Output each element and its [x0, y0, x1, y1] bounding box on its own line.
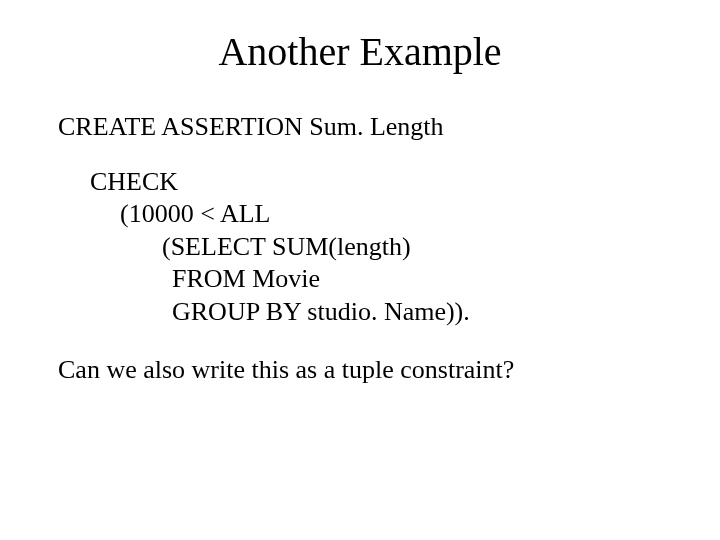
sql-check-block: CHECK (10000 < ALL (SELECT SUM(length) F…	[58, 166, 680, 329]
sql-condition-open: (10000 < ALL	[90, 198, 680, 231]
slide-title: Another Example	[0, 0, 720, 111]
sql-from-line: FROM Movie	[90, 263, 680, 296]
sql-create-assertion: CREATE ASSERTION Sum. Length	[58, 111, 680, 144]
slide-question: Can we also write this as a tuple constr…	[58, 354, 680, 387]
slide: Another Example CREATE ASSERTION Sum. Le…	[0, 0, 720, 540]
slide-body: CREATE ASSERTION Sum. Length CHECK (1000…	[0, 111, 720, 387]
sql-groupby-line: GROUP BY studio. Name)).	[90, 296, 680, 329]
sql-check-keyword: CHECK	[90, 166, 680, 199]
sql-select-line: (SELECT SUM(length)	[90, 231, 680, 264]
